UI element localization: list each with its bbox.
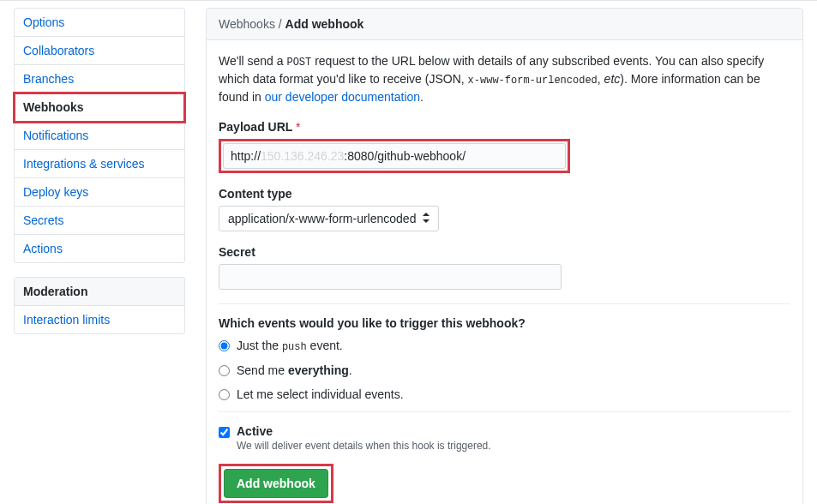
sidebar-item-collaborators[interactable]: Collaborators [15, 37, 184, 65]
payload-url-input[interactable]: http://150.136.246.23:8080/github-webhoo… [223, 143, 566, 169]
content-type-value: application/x-www-form-urlencoded [228, 212, 416, 225]
post-code: POST [286, 57, 311, 69]
sidebar-item-branches[interactable]: Branches [15, 65, 184, 93]
sidebar-item-integrations[interactable]: Integrations & services [15, 150, 184, 178]
content-type-label: Content type [219, 187, 790, 201]
breadcrumb: Webhooks / Add webhook [207, 9, 802, 40]
active-checkbox[interactable] [219, 427, 230, 438]
secret-label: Secret [219, 245, 790, 259]
sidebar-heading-moderation: Moderation [15, 278, 184, 306]
sidebar-item-actions[interactable]: Actions [15, 235, 184, 262]
content-type-select[interactable]: application/x-www-form-urlencoded [219, 206, 439, 231]
required-asterisk: * [296, 120, 300, 134]
developer-docs-link[interactable]: our developer documentation [265, 90, 420, 104]
active-label: Active [237, 424, 491, 438]
radio-just-push-input[interactable] [219, 340, 230, 351]
sidebar-item-options[interactable]: Options [15, 9, 184, 37]
radio-just-push-label: Just the push event. [237, 339, 343, 353]
sidebar-item-interaction-limits[interactable]: Interaction limits [15, 306, 184, 333]
events-question: Which events would you like to trigger t… [219, 316, 790, 330]
radio-individual[interactable]: Let me select individual events. [219, 387, 790, 401]
sidebar-menu-main: Options Collaborators Branches Webhooks … [14, 8, 185, 263]
sidebar-item-deploy-keys[interactable]: Deploy keys [15, 178, 184, 207]
divider-2 [219, 411, 790, 412]
settings-sidebar: Options Collaborators Branches Webhooks … [14, 8, 185, 504]
radio-everything-input[interactable] [219, 365, 230, 376]
sidebar-item-webhooks[interactable]: Webhooks [15, 93, 184, 122]
add-webhook-button[interactable]: Add webhook [224, 469, 328, 498]
radio-everything-label: Send me everything. [237, 363, 352, 377]
radio-individual-label: Let me select individual events. [237, 387, 404, 401]
submit-highlight: Add webhook [219, 464, 333, 503]
active-checkbox-row: Active We will deliver event details whe… [219, 424, 790, 452]
breadcrumb-parent[interactable]: Webhooks [219, 17, 275, 31]
active-note: We will deliver event details when this … [237, 440, 491, 452]
payload-url-highlight: http://150.136.246.23:8080/github-webhoo… [219, 139, 570, 173]
payload-url-label: Payload URL * [219, 120, 790, 134]
secret-input[interactable] [219, 264, 562, 290]
radio-individual-input[interactable] [219, 389, 230, 400]
select-caret-icon [423, 213, 430, 225]
divider [219, 303, 790, 304]
breadcrumb-sep: / [275, 17, 285, 31]
main-panel: Webhooks / Add webhook We'll send a POST… [206, 8, 803, 504]
sidebar-menu-moderation: Moderation Interaction limits [14, 277, 185, 334]
breadcrumb-current: Add webhook [285, 17, 364, 31]
sidebar-item-secrets[interactable]: Secrets [15, 207, 184, 235]
encoding-code: x-www-form-urlencoded [468, 75, 598, 87]
sidebar-item-notifications[interactable]: Notifications [15, 122, 184, 150]
radio-everything[interactable]: Send me everything. [219, 363, 790, 377]
intro-text: We'll send a POST request to the URL bel… [219, 52, 790, 106]
radio-just-push[interactable]: Just the push event. [219, 339, 790, 353]
